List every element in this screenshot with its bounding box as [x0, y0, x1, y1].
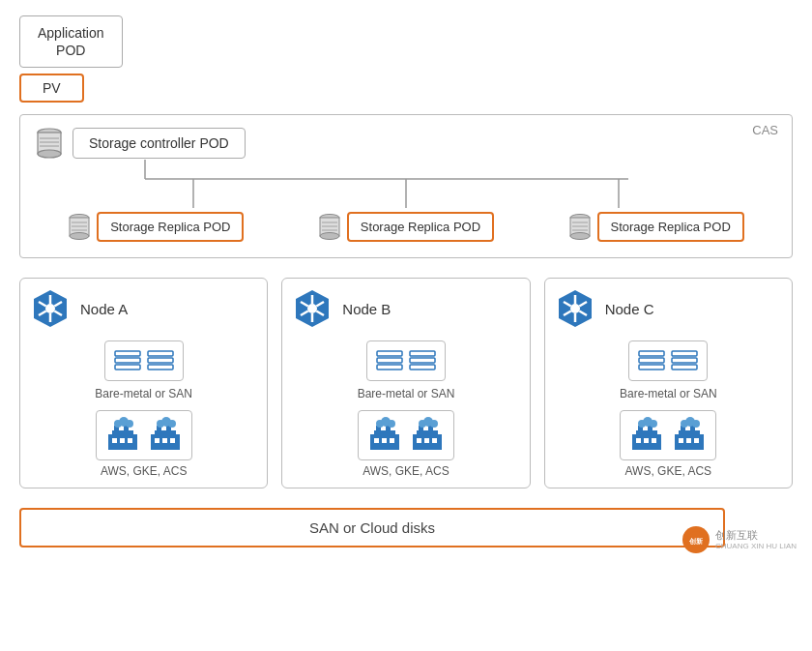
- node-c-cloud-label: AWS, GKE, ACS: [555, 464, 782, 478]
- cloud-icon-b2: [409, 417, 446, 454]
- cylinder-icon: [36, 127, 63, 160]
- pv-box: PV: [19, 74, 84, 103]
- svg-rect-62: [170, 438, 175, 443]
- node-a-box: Node A Bare-metal or SAN: [19, 278, 268, 488]
- svg-point-30: [45, 304, 55, 313]
- svg-point-98: [570, 304, 580, 313]
- watermark: 创新 创新互联 CHUANG XIN HU LIAN: [682, 526, 797, 553]
- cas-container: CAS Storage controller POD: [19, 114, 793, 258]
- svg-rect-118: [636, 438, 641, 443]
- svg-point-83: [388, 420, 395, 428]
- replica-item-3: Storage Replica POD: [568, 212, 744, 242]
- svg-rect-71: [377, 351, 402, 356]
- svg-rect-120: [652, 438, 656, 443]
- storage-controller-row: Storage controller POD: [36, 127, 776, 160]
- node-b-cloud-section: [358, 410, 454, 460]
- k8s-icon-c: [555, 288, 595, 329]
- replica-label-2: Storage Replica POD: [361, 220, 480, 234]
- disk-icon-a2: [146, 347, 175, 374]
- svg-point-64: [307, 304, 317, 313]
- replica-label-3: Storage Replica POD: [611, 220, 731, 234]
- k8s-icon-b: [292, 288, 333, 329]
- svg-rect-107: [639, 365, 664, 370]
- svg-rect-110: [672, 365, 697, 370]
- node-a-disk-label: Bare-metal or SAN: [30, 387, 257, 400]
- node-b-label: Node B: [342, 301, 391, 317]
- disk-icon-a1: [113, 347, 142, 374]
- watermark-pinyin: CHUANG XIN HU LIAN: [715, 542, 797, 551]
- replica-label-1: Storage Replica POD: [110, 220, 230, 234]
- node-b-disk-label: Bare-metal or SAN: [292, 387, 519, 400]
- node-c-disk-row: [555, 340, 782, 381]
- svg-rect-95: [424, 438, 429, 443]
- node-a-header: Node A: [30, 288, 257, 329]
- node-c-cloud-row: [555, 410, 782, 460]
- svg-rect-75: [410, 358, 435, 363]
- svg-rect-86: [390, 438, 394, 443]
- svg-rect-96: [432, 438, 437, 443]
- svg-rect-74: [410, 351, 435, 356]
- replica-box-1: Storage Replica POD: [97, 212, 244, 242]
- watermark-brand: 创新互联: [715, 529, 797, 542]
- pv-label: PV: [43, 80, 61, 96]
- watermark-text: 创新互联 CHUANG XIN HU LIAN: [715, 529, 797, 551]
- node-c-header: Node C: [555, 288, 782, 329]
- svg-point-13: [70, 232, 89, 239]
- svg-rect-85: [382, 438, 387, 443]
- replica-item-1: Storage Replica POD: [68, 212, 244, 242]
- node-a-disk-group: [104, 340, 184, 381]
- svg-point-19: [320, 232, 339, 239]
- replica-box-3: Storage Replica POD: [597, 212, 744, 242]
- node-b-cloud-row: [292, 410, 519, 460]
- svg-text:创新: 创新: [688, 537, 703, 545]
- node-a-label: Node A: [80, 301, 128, 317]
- disk-icon-c1: [637, 347, 666, 374]
- svg-rect-72: [377, 358, 402, 363]
- svg-rect-106: [639, 358, 664, 363]
- svg-point-49: [126, 420, 133, 428]
- svg-rect-84: [374, 438, 379, 443]
- node-c-cloud-section: [620, 410, 716, 460]
- disk-icon-b2: [408, 347, 437, 374]
- tree-svg: [36, 160, 776, 208]
- node-b-header: Node B: [292, 288, 519, 329]
- main-container: Application POD PV CAS Storage controlle…: [0, 0, 812, 563]
- node-b-disk-row: [292, 340, 519, 381]
- app-pod-line2: POD: [56, 43, 85, 58]
- node-b-disk-group: [366, 340, 446, 381]
- svg-rect-108: [672, 351, 697, 356]
- storage-controller-label: Storage controller POD: [89, 135, 229, 151]
- app-pod-line1: Application: [38, 25, 104, 41]
- svg-rect-105: [639, 351, 664, 356]
- svg-rect-60: [155, 438, 160, 443]
- replica-cylinder-3: [568, 213, 592, 242]
- svg-rect-40: [148, 351, 173, 356]
- cloud-icon-b1: [366, 417, 403, 454]
- cloud-icon-c1: [628, 417, 665, 454]
- svg-rect-42: [148, 365, 173, 370]
- svg-rect-51: [120, 438, 125, 443]
- node-b-box: Node B Bare-metal or SAN: [281, 278, 530, 488]
- svg-point-93: [430, 420, 438, 428]
- svg-rect-52: [128, 438, 132, 443]
- cloud-icon-a2: [147, 417, 184, 454]
- svg-rect-119: [644, 438, 649, 443]
- san-bar: SAN or Cloud disks: [19, 508, 725, 547]
- node-a-cloud-row: [30, 410, 257, 460]
- node-c-disk-group: [628, 340, 708, 381]
- watermark-icon: 创新: [686, 530, 706, 549]
- svg-rect-128: [679, 438, 683, 443]
- node-c-disk-label: Bare-metal or SAN: [555, 387, 782, 400]
- app-pod-box: Application POD: [19, 15, 123, 68]
- k8s-icon-a: [30, 288, 71, 329]
- nodes-row: Node A Bare-metal or SAN: [19, 278, 793, 488]
- svg-point-25: [570, 232, 590, 239]
- svg-rect-130: [694, 438, 699, 443]
- node-a-cloud-section: [96, 410, 192, 460]
- cas-label: CAS: [752, 123, 778, 137]
- svg-rect-73: [377, 365, 402, 370]
- disk-icon-b1: [375, 347, 404, 374]
- replica-cylinder-2: [318, 213, 341, 242]
- replica-item-2: Storage Replica POD: [318, 212, 494, 242]
- svg-point-127: [692, 420, 700, 428]
